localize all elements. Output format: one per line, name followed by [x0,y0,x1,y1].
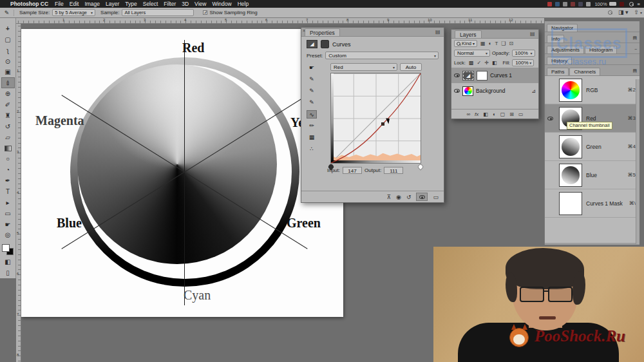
app-menu[interactable]: Photoshop CC [10,1,48,7]
delete-layer-button[interactable]: ▭ [518,111,524,117]
draw-curve-pencil-tool[interactable]: ✏ [307,122,317,130]
tab-properties[interactable]: Properties [305,28,340,36]
menu-view[interactable]: View [194,1,206,7]
spotlight-icon[interactable] [629,2,634,6]
search-icon[interactable] [608,10,612,15]
menu-3d[interactable]: 3D [182,1,189,7]
quick-selection-tool[interactable]: ⊙ [1,56,15,67]
share-icon[interactable]: ⇧ [634,9,639,15]
quick-mask-button[interactable]: ◧ [1,256,15,267]
tab-paths[interactable]: Paths [547,68,569,75]
smooth-curve-tool[interactable]: ▦ [307,133,317,142]
sampling-ring-checkbox[interactable]: ✓ [203,10,207,15]
opacity-dropdown[interactable]: 100% ▾ [512,50,535,57]
shape-tool[interactable]: ▭ [1,208,15,219]
status-icon[interactable] [563,2,567,6]
layer-filter-dropdown[interactable]: Kind ▾ [454,40,477,47]
clip-to-layer-button[interactable]: ⊼ [386,193,391,202]
visibility-eye-icon[interactable] [454,89,460,93]
menu-filter[interactable]: Filter [164,1,176,7]
lock-all-icon[interactable]: ◧ [492,60,497,66]
filter-shape-icon[interactable]: ❑ [501,41,506,46]
channel-row-rgb[interactable]: RGB ⌘2 [545,76,639,104]
link-layers-button[interactable]: ∞ [466,111,470,117]
gray-point-eyedropper[interactable]: ✎ [307,87,317,95]
channel-row-mask[interactable]: Curves 1 Mask ⌘\ [545,189,639,218]
layer-row-background[interactable]: Background ⊿ [451,83,538,99]
menu-help[interactable]: Help [238,1,249,7]
tab-info[interactable]: Info [547,35,564,43]
layer-mask-thumbnail[interactable] [477,71,488,81]
status-icon[interactable] [547,2,552,6]
layer-row-curves[interactable]: ◢ Curves 1 [451,68,538,83]
edit-points-tool[interactable]: ∿ [307,110,317,119]
menu-file[interactable]: File [55,1,64,7]
marquee-tool[interactable]: ▢ [1,34,15,45]
curves-graph[interactable] [330,73,421,164]
lock-pixels-icon[interactable]: ✓ [477,60,482,66]
new-adjustment-button[interactable]: ◐ [493,111,496,117]
layer-style-button[interactable]: fx [475,111,478,117]
status-icon[interactable] [586,2,591,6]
status-icon[interactable] [555,2,560,6]
eyedropper-tool[interactable]: ✎ [1,77,15,88]
zoom-tool[interactable]: ◎ [1,229,15,240]
channel-row-red[interactable]: Red ⌘3 Channel thumbnail [545,104,639,133]
fill-dropdown[interactable]: 100% ▾ [512,59,534,66]
preset-dropdown[interactable]: Custom ▾ [325,52,439,59]
targeted-adjustment-tool[interactable]: ☛ [307,64,317,72]
collapse-icon[interactable]: − [634,47,637,52]
curves-layer-thumbnail[interactable]: ◢ [462,71,474,81]
panel-menu-icon[interactable]: ▤ [530,32,536,37]
menu-layer[interactable]: Layer [106,1,119,7]
color-swatches[interactable] [2,244,14,255]
brush-tool[interactable]: ✐ [1,99,15,110]
layer-name[interactable]: Background [476,88,529,94]
layer-name[interactable]: Curves 1 [490,72,512,79]
history-brush-tool[interactable]: ↺ [1,121,15,132]
auto-button[interactable]: Auto [400,63,422,71]
foreground-color-swatch[interactable] [2,244,10,252]
blend-mode-dropdown[interactable]: Normal ▾ [454,50,490,57]
visibility-eye-icon[interactable] [547,117,553,120]
curve-point[interactable] [381,122,384,126]
status-icon[interactable] [620,2,624,6]
move-tool[interactable]: + [1,23,15,34]
path-select-tool[interactable]: ▸ [1,197,15,208]
hand-tool[interactable]: ☛ [1,219,15,230]
channel-row-blue[interactable]: Blue ⌘5 [545,161,639,189]
menu-window[interactable]: Window [212,1,231,7]
tab-navigator[interactable]: Navigator [547,24,578,32]
reset-button[interactable]: ↺ [406,193,412,202]
view-previous-state-button[interactable]: ◉ [396,193,401,202]
status-icon[interactable] [571,2,575,6]
visibility-eye-icon[interactable] [454,73,460,77]
close-icon[interactable]: × [303,28,305,33]
lasso-tool[interactable]: ʅ [1,45,15,56]
input-value-field[interactable]: 147 [343,167,362,174]
sample-size-dropdown[interactable]: 5 by 5 Average ▾ [52,9,95,16]
filter-pixel-icon[interactable]: ▦ [480,41,486,46]
white-point-slider[interactable] [417,163,424,170]
channel-row-green[interactable]: Green ⌘4 [545,133,639,161]
white-point-eyedropper[interactable]: ✎ [307,99,317,107]
background-layer-thumbnail[interactable] [462,86,473,96]
crop-tool[interactable]: ▣ [1,66,15,77]
channel-dropdown[interactable]: Red ▾ [330,63,397,71]
tab-layers[interactable]: Layers [455,30,482,38]
menu-select[interactable]: Select [143,1,158,7]
document-canvas[interactable]: Red Magenta Yellow Blue Green Cyan [21,29,343,317]
gradient-tool[interactable] [1,143,15,154]
panel-menu-icon[interactable]: ▤ [632,68,637,73]
panel-menu-icon[interactable]: ▤ [632,35,637,41]
type-tool[interactable]: T [1,186,15,197]
filter-smart-object-icon[interactable]: ⊡ [509,41,514,46]
dodge-tool[interactable]: ◔ [1,164,15,175]
black-point-eyedropper[interactable]: ✎ [307,75,317,84]
eraser-tool[interactable]: ▱ [1,132,15,143]
tab-adjustments[interactable]: Adjustments [547,46,584,53]
add-mask-button[interactable]: ◧ [483,111,488,117]
menu-type[interactable]: Type [125,1,137,7]
status-icon[interactable] [578,2,583,6]
workspace-switcher-icon[interactable]: ◨ ▾ [618,9,629,15]
